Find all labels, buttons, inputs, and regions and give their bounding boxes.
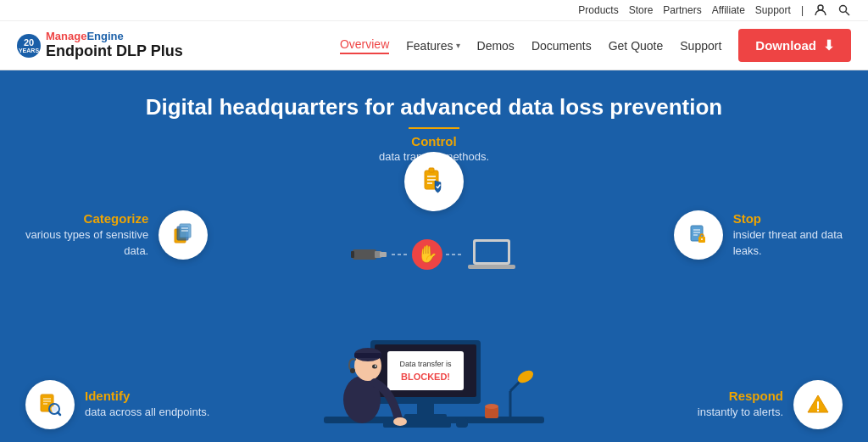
download-button[interactable]: Download ⬇: [738, 29, 851, 62]
stop-panel: Stop insider threat and dataleaks.: [674, 210, 843, 260]
nav-support[interactable]: Support: [680, 39, 721, 53]
hero-section: Digital headquarters for advanced data l…: [0, 70, 868, 442]
respond-label: Respond: [698, 389, 783, 403]
logo-text: ManageEngine Endpoint DLP Plus: [46, 31, 183, 59]
stop-desc: insider threat and dataleaks.: [733, 227, 843, 258]
nav-overview[interactable]: Overview: [340, 37, 389, 54]
logo-badge: 20 YEARS: [17, 34, 41, 58]
download-icon: ⬇: [823, 37, 834, 53]
respond-panel: Respond instantly to alerts.: [698, 380, 843, 429]
svg-text:BLOCKED!: BLOCKED!: [401, 372, 450, 382]
dash-line-2: [446, 253, 463, 256]
stop-label: Stop: [733, 211, 843, 226]
topbar-partners[interactable]: Partners: [663, 4, 701, 16]
svg-rect-28: [476, 242, 508, 262]
svg-point-18: [701, 238, 703, 240]
svg-rect-19: [353, 249, 376, 260]
dash-line: [392, 253, 409, 256]
nav-demos[interactable]: Demos: [477, 39, 515, 53]
svg-point-58: [350, 368, 355, 373]
categorize-desc: various types of sensitivedata.: [25, 227, 148, 258]
respond-text: Respond instantly to alerts.: [698, 389, 783, 420]
respond-icon: [793, 380, 843, 429]
svg-point-1: [840, 6, 847, 13]
svg-text:✋: ✋: [417, 243, 438, 264]
svg-point-56: [375, 366, 376, 367]
topbar-store[interactable]: Store: [629, 4, 654, 16]
svg-rect-44: [387, 351, 464, 390]
hacker-illustration: Data transfer is BLOCKED!: [307, 268, 561, 442]
svg-line-36: [58, 412, 60, 415]
svg-rect-48: [456, 418, 468, 428]
svg-rect-21: [380, 252, 387, 257]
monitor-svg: Data transfer is BLOCKED!: [307, 268, 561, 442]
hero-title: Digital headquarters for advanced data l…: [146, 94, 723, 120]
nav-links: Overview Features ▾ Demos Documents Get …: [340, 29, 851, 62]
nav-features[interactable]: Features ▾: [406, 39, 459, 53]
svg-rect-22: [351, 251, 354, 258]
svg-point-55: [372, 365, 377, 369]
control-icon-area: [404, 152, 464, 211]
usb-icon: [351, 243, 388, 266]
svg-rect-4: [429, 168, 434, 172]
topbar-support[interactable]: Support: [755, 4, 791, 16]
chevron-down-icon: ▾: [456, 41, 460, 50]
logo-manage-engine: ManageEngine: [46, 31, 183, 42]
categorize-icon: [159, 210, 208, 260]
categorize-panel: Categorize various types of sensitivedat…: [25, 210, 208, 260]
stop-icon: [674, 210, 723, 260]
control-circle-icon: [404, 152, 464, 211]
identify-panel: Identify data across all endpoints.: [25, 380, 209, 429]
svg-point-0: [818, 5, 823, 10]
svg-rect-47: [383, 419, 451, 428]
identify-desc: data across all endpoints.: [85, 405, 209, 420]
logo-product-name: Endpoint DLP Plus: [46, 43, 183, 60]
svg-rect-54: [354, 353, 381, 358]
svg-point-57: [393, 417, 407, 426]
svg-line-2: [846, 12, 850, 16]
svg-text:Data transfer is: Data transfer is: [399, 360, 452, 368]
respond-desc: instantly to alerts.: [698, 405, 783, 420]
nav-bar: 20 YEARS ManageEngine Endpoint DLP Plus …: [0, 21, 868, 70]
topbar-products[interactable]: Products: [578, 4, 618, 16]
hero-divider: [409, 127, 459, 129]
nav-documents[interactable]: Documents: [531, 39, 592, 53]
search-icon[interactable]: [837, 3, 851, 17]
logo-area: 20 YEARS ManageEngine Endpoint DLP Plus: [17, 31, 183, 59]
svg-point-38: [817, 410, 819, 411]
identify-icon: [25, 380, 75, 429]
control-label: Control: [411, 134, 456, 148]
categorize-text: Categorize various types of sensitivedat…: [25, 211, 148, 258]
svg-rect-41: [404, 414, 447, 419]
top-bar-links: Products Store Partners Affiliate Suppor…: [578, 3, 851, 17]
stop-hand-icon: ✋: [412, 237, 442, 272]
top-bar: Products Store Partners Affiliate Suppor…: [0, 0, 868, 21]
user-icon[interactable]: [814, 3, 827, 17]
topbar-affiliate[interactable]: Affiliate: [712, 4, 745, 16]
svg-point-35: [52, 406, 58, 412]
topbar-divider: |: [801, 4, 804, 16]
categorize-label: Categorize: [25, 211, 148, 226]
identify-label: Identify: [85, 389, 209, 403]
svg-point-50: [485, 404, 498, 409]
nav-get-quote[interactable]: Get Quote: [609, 39, 664, 53]
identify-text: Identify data across all endpoints.: [85, 389, 209, 420]
stop-text: Stop insider threat and dataleaks.: [733, 211, 843, 258]
